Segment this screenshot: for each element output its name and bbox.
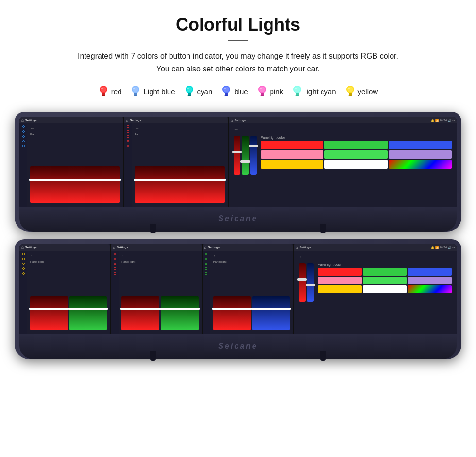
color-cell-r3c2[interactable] [324,160,388,169]
back-arrow-b1[interactable]: ← [30,253,107,258]
back-arrow-3[interactable]: ← [234,126,452,132]
b-sidebar-dot-1-5[interactable] [22,272,25,275]
slider-red-1[interactable] [30,166,120,203]
settings-label-b4: Settings [300,246,311,249]
sidebar-dot-2-3[interactable] [127,135,129,138]
b-sidebar-dot-3-1[interactable] [205,253,207,255]
yellow-bulb-icon [345,85,356,98]
slider-handle-b3-2[interactable] [251,308,291,310]
b-sidebar-dot-2-1[interactable] [114,253,116,255]
color-cell-r1c3[interactable] [389,141,452,149]
b-color-cell-r2c2[interactable] [363,277,407,284]
b-sidebar-dot-1-4[interactable] [22,267,25,270]
slider-handle-b3-1[interactable] [212,308,252,310]
color-cell-r1c1[interactable] [261,141,324,149]
sidebar-dot-5[interactable] [22,145,25,147]
b-leg-2 [320,351,326,361]
color-cell-r3c1[interactable] [261,160,324,169]
lightblue-bulb-icon [130,85,141,98]
b-color-cell-r1c3[interactable] [408,268,452,276]
sliders-row-1 [30,138,120,205]
b-color-cell-r3c2[interactable] [363,285,407,293]
slider-b2-red[interactable] [121,296,159,330]
bottom-screen-1-content: ← Panel light [19,251,110,334]
bottom-screen-2-content: ← Panel light [111,251,201,334]
top-mini-screen-2: ⌂ Settings ← Pa... [124,117,227,207]
panel-text-2: Pa... [135,133,224,136]
color-cell-r2c3[interactable] [389,150,452,159]
home-icon-b1: ⌂ [21,246,24,250]
back-arrow-b3[interactable]: ← [213,253,290,258]
svg-point-26 [294,87,300,92]
top-watermark: Seicane [218,214,257,223]
color-cell-r2c1[interactable] [261,150,324,159]
sidebar-dot-4[interactable] [22,140,25,142]
b-sidebar-dot-2-3[interactable] [114,263,116,265]
svg-rect-18 [225,95,228,96]
back-arrow-2[interactable]: ← [135,125,224,131]
wifi-icon-b4: 📶 [435,246,439,249]
svg-point-21 [259,87,265,92]
b-color-cell-r2c3[interactable] [408,277,452,284]
top-mini-screen-1: ⌂ Settings ← Pa... [19,117,123,207]
b-sidebar-dot-2-5[interactable] [114,272,116,275]
slider-handle-1[interactable] [29,179,121,181]
svg-rect-8 [134,95,137,96]
b-sidebar-dot-3-5[interactable] [205,272,207,275]
b-sidebar-dot-3-2[interactable] [205,258,207,260]
header-description: Integrated with 7 colors of button indic… [73,50,403,75]
color-cell-r1c2[interactable] [324,141,388,149]
slider-b2-green[interactable] [161,296,199,330]
b-color-cell-r3c3[interactable] [408,285,452,293]
slider-b3-blue[interactable] [252,296,290,330]
b-sidebar-dot-1-1[interactable] [22,253,25,255]
b-sidebar-dot-3-4[interactable] [205,267,207,270]
color-cell-r2c2[interactable] [324,150,388,159]
svg-rect-23 [260,95,264,96]
b-sidebar-dot-2-4[interactable] [114,267,116,270]
svg-point-31 [347,87,353,92]
b-sidebar-dot-1-2[interactable] [22,258,25,260]
panel-text-b2: Panel light [121,260,198,263]
b-sidebar-dot-2-2[interactable] [114,258,116,260]
color-item-lightcyan: light cyan [292,85,336,98]
slider-b3-red[interactable] [213,296,251,330]
top-screen-2-sidebar [124,123,132,207]
sidebar-dot-2-1[interactable] [127,125,129,128]
bottom-mini-screen-4: ⌂ Settings 🔔 📶 20:24 🔊 ↩ ← [294,244,457,334]
slider-b1-red[interactable] [30,296,68,330]
slider-handle-b1-1[interactable] [29,308,69,310]
sidebar-dot-2-5[interactable] [127,145,129,147]
top-mini-screen-3: ⌂ Settings 🔔 📶 20:24 🔊 ↩ ← [229,117,457,207]
slider-handle-b2-2[interactable] [160,308,200,310]
b-color-cell-r3c1[interactable] [318,285,362,293]
back-arrow-b2[interactable]: ← [121,253,198,258]
b-color-cell-r1c1[interactable] [318,268,362,276]
svg-rect-28 [296,95,299,96]
sidebar-dot-1[interactable] [22,125,25,128]
slider-handle-2[interactable] [134,179,225,181]
sidebar-dot-3[interactable] [22,135,25,138]
slider-red-2[interactable] [135,166,224,203]
sidebar-dot-2[interactable] [22,130,25,133]
color-cell-r3c3[interactable] [389,160,452,169]
b-color-cell-r1c2[interactable] [363,268,407,276]
slider-b1-green[interactable] [69,296,107,330]
sliders-row-b2 [121,265,198,332]
b-color-cell-r2c1[interactable] [318,277,362,284]
back-arrow-1[interactable]: ← [30,125,120,131]
b-sidebar-dot-3-3[interactable] [205,263,207,265]
slider-handle-b1-2[interactable] [68,308,108,310]
sidebar-dot-2-4[interactable] [127,140,129,142]
color-item-pink: pink [257,85,284,98]
color-item-cyan: cyan [184,85,213,98]
home-icon-b3: ⌂ [204,246,207,250]
sidebar-dot-2-2[interactable] [127,130,129,133]
bottom-screen-1-topbar: ⌂ Settings [19,244,110,251]
slider-handle-b2-1[interactable] [120,308,160,310]
leg-2 [320,224,326,233]
wifi-icon: 📶 [435,119,439,122]
color-indicators-row: red Light blue cyan [10,85,466,98]
back-arrow-b4[interactable]: ← [299,254,452,259]
b-sidebar-dot-1-3[interactable] [22,263,25,265]
